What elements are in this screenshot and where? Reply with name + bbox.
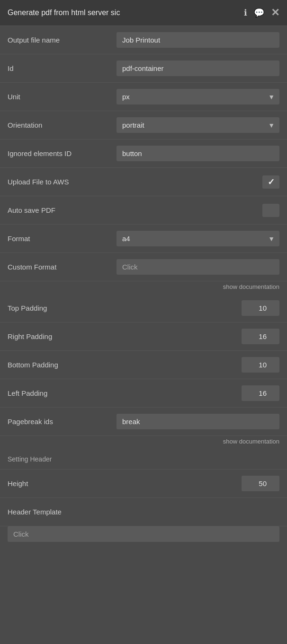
- auto-save-pdf-control: [117, 204, 279, 217]
- bottom-padding-row: Bottom Padding: [0, 351, 287, 379]
- unit-select[interactable]: px mm cm in: [117, 89, 279, 104]
- output-file-name-row: Output file name: [0, 26, 287, 54]
- auto-save-pdf-checkbox-wrapper: [117, 204, 279, 217]
- output-file-name-control: [117, 32, 279, 48]
- bottom-padding-input[interactable]: [242, 357, 279, 373]
- show-documentation-link-1[interactable]: show documentation: [223, 283, 279, 290]
- top-padding-label: Top Padding: [8, 304, 117, 312]
- setting-header-label: Setting Header: [8, 455, 117, 463]
- height-input[interactable]: [242, 476, 279, 491]
- pagebreak-ids-row: Pagebreak ids: [0, 408, 287, 436]
- upload-file-to-aws-checkbox-wrapper: ✓: [117, 175, 279, 189]
- orientation-label: Orientation: [8, 121, 117, 129]
- id-control: [117, 61, 279, 76]
- custom-format-label: Custom Format: [8, 263, 117, 271]
- output-file-name-label: Output file name: [8, 36, 117, 44]
- ignored-elements-id-control: [117, 146, 279, 161]
- show-documentation-link-2[interactable]: show documentation: [223, 438, 279, 445]
- left-padding-label: Left Padding: [8, 389, 117, 397]
- header-template-label: Header Template: [8, 508, 117, 516]
- auto-save-pdf-label: Auto save PDF: [8, 206, 117, 214]
- title-bar-icons: ℹ 💬 ✕: [244, 7, 279, 19]
- orientation-control: portrait landscape ▼: [117, 117, 279, 133]
- height-control: [117, 476, 279, 491]
- upload-file-to-aws-control: ✓: [117, 175, 279, 189]
- header-template-full-row: Click: [0, 526, 287, 548]
- top-padding-control: [117, 300, 279, 316]
- title-bar-title: Generate pdf from html server sic: [8, 9, 120, 17]
- header-template-row: Header Template: [0, 498, 287, 526]
- doc-link-row-1: show documentation: [0, 281, 287, 294]
- auto-save-pdf-toggle[interactable]: [262, 204, 279, 217]
- left-padding-input[interactable]: [242, 385, 279, 401]
- height-label: Height: [8, 479, 117, 487]
- upload-file-to-aws-label: Upload File to AWS: [8, 178, 117, 186]
- ignored-elements-id-row: Ignored elements ID: [0, 139, 287, 168]
- id-label: Id: [8, 64, 117, 72]
- title-bar: Generate pdf from html server sic ℹ 💬 ✕: [0, 0, 287, 26]
- format-select-wrapper: a4 a3 a5 letter legal ▼: [117, 231, 279, 246]
- pagebreak-ids-control: [117, 414, 279, 429]
- output-file-name-input[interactable]: [117, 32, 279, 48]
- unit-select-wrapper: px mm cm in ▼: [117, 89, 279, 104]
- right-padding-row: Right Padding: [0, 322, 287, 351]
- right-padding-input[interactable]: [242, 329, 279, 344]
- setting-header-row: Setting Header: [0, 449, 287, 470]
- right-padding-label: Right Padding: [8, 332, 117, 340]
- close-icon[interactable]: ✕: [271, 7, 279, 19]
- top-padding-row: Top Padding: [0, 294, 287, 322]
- unit-control: px mm cm in ▼: [117, 89, 279, 104]
- unit-label: Unit: [8, 93, 117, 101]
- top-padding-input[interactable]: [242, 300, 279, 316]
- bottom-padding-control: [117, 357, 279, 373]
- orientation-select[interactable]: portrait landscape: [117, 117, 279, 133]
- format-label: Format: [8, 235, 117, 243]
- pagebreak-ids-input[interactable]: [117, 414, 279, 429]
- custom-format-row: Custom Format Click: [0, 253, 287, 281]
- pagebreak-ids-label: Pagebreak ids: [8, 418, 117, 426]
- bottom-padding-label: Bottom Padding: [8, 361, 117, 369]
- orientation-row: Orientation portrait landscape ▼: [0, 111, 287, 139]
- upload-file-to-aws-row: Upload File to AWS ✓: [0, 168, 287, 196]
- left-padding-row: Left Padding: [0, 379, 287, 408]
- chat-icon[interactable]: 💬: [254, 8, 264, 18]
- form-container: Output file name Id Unit px mm cm in ▼: [0, 26, 287, 548]
- ignored-elements-id-input[interactable]: [117, 146, 279, 161]
- orientation-select-wrapper: portrait landscape ▼: [117, 117, 279, 133]
- format-select[interactable]: a4 a3 a5 letter legal: [117, 231, 279, 246]
- auto-save-pdf-row: Auto save PDF: [0, 196, 287, 225]
- right-padding-control: [117, 329, 279, 344]
- custom-format-button[interactable]: Click: [117, 259, 279, 275]
- custom-format-control: Click: [117, 259, 279, 275]
- id-input[interactable]: [117, 61, 279, 76]
- doc-link-row-2: show documentation: [0, 436, 287, 449]
- header-template-button[interactable]: Click: [8, 526, 279, 542]
- info-icon[interactable]: ℹ: [244, 8, 247, 18]
- unit-row: Unit px mm cm in ▼: [0, 83, 287, 111]
- id-row: Id: [0, 54, 287, 83]
- left-padding-control: [117, 385, 279, 401]
- checkmark-icon: ✓: [268, 177, 275, 187]
- height-row: Height: [0, 470, 287, 498]
- format-row: Format a4 a3 a5 letter legal ▼: [0, 225, 287, 253]
- format-control: a4 a3 a5 letter legal ▼: [117, 231, 279, 246]
- ignored-elements-id-label: Ignored elements ID: [8, 149, 117, 157]
- upload-file-to-aws-checkbox[interactable]: ✓: [262, 175, 279, 189]
